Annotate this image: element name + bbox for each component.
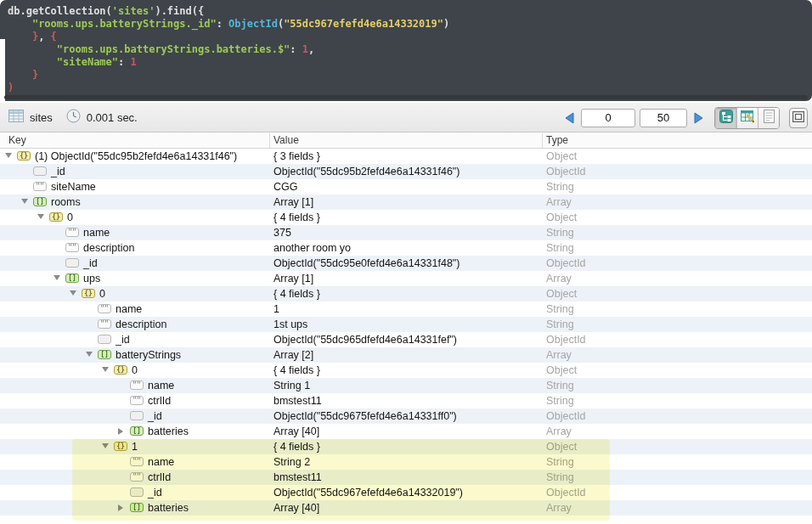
- table-row[interactable]: _idObjectId("55dc9675fefd4e6a14331ff0")O…: [0, 408, 812, 424]
- column-header-value[interactable]: Value: [273, 134, 299, 146]
- editor-horizontal-scrollbar[interactable]: [4, 95, 808, 99]
- row-key[interactable]: description: [116, 318, 166, 330]
- row-key[interactable]: siteName: [51, 181, 96, 193]
- collapse-arrow-icon[interactable]: [86, 352, 93, 357]
- row-value[interactable]: Array [2]: [273, 349, 313, 361]
- row-key[interactable]: batteryStrings: [116, 349, 181, 361]
- expand-arrow-icon[interactable]: [118, 428, 123, 435]
- table-row[interactable]: ""siteNameCGGString: [0, 179, 812, 194]
- collapse-arrow-icon[interactable]: [5, 153, 12, 158]
- expand-arrow-icon[interactable]: [118, 504, 123, 511]
- row-key[interactable]: name: [116, 303, 142, 315]
- row-value[interactable]: CGG: [273, 181, 297, 193]
- row-key[interactable]: name: [83, 227, 110, 239]
- table-row[interactable]: ""nameString 2String: [0, 454, 812, 470]
- column-divider[interactable]: [542, 133, 543, 148]
- code-token: ,: [38, 31, 50, 42]
- collapse-arrow-icon[interactable]: [102, 443, 109, 448]
- collapse-arrow-icon[interactable]: [70, 290, 76, 296]
- table-row[interactable]: {}(1) ObjectId("55dc95b2fefd4e6a14331f46…: [0, 149, 812, 164]
- row-key[interactable]: ctrlId: [148, 471, 171, 483]
- row-key[interactable]: _id: [148, 487, 162, 499]
- tree-view-button[interactable]: [715, 108, 736, 128]
- row-value[interactable]: Array [40]: [273, 502, 319, 514]
- row-value[interactable]: ObjectId("55dc95b2fefd4e6a14331f46"): [273, 166, 460, 177]
- row-value[interactable]: ObjectId("55dc9675fefd4e6a14331ff0"): [273, 410, 457, 422]
- limit-input[interactable]: [640, 109, 687, 127]
- row-value[interactable]: bmstest11: [273, 395, 322, 407]
- table-row[interactable]: _idObjectId("55dc965dfefd4e6a14331fef")O…: [0, 332, 812, 347]
- row-value[interactable]: 375: [273, 227, 291, 239]
- table-row[interactable]: ""nameString 1String: [0, 378, 812, 393]
- collapse-arrow-icon[interactable]: [54, 275, 60, 280]
- custom-view-button[interactable]: [789, 108, 808, 128]
- row-value[interactable]: 1st ups: [273, 318, 307, 330]
- query-code[interactable]: db.getCollection('sites').find({ "rooms.…: [8, 5, 449, 94]
- collection-tab-label[interactable]: sites: [30, 111, 53, 124]
- row-value[interactable]: ObjectId("55dc967efefd4e6a14332019"): [273, 487, 463, 499]
- column-divider[interactable]: [269, 133, 270, 148]
- row-value[interactable]: { 4 fields }: [273, 288, 320, 300]
- collapse-arrow-icon[interactable]: [102, 367, 109, 372]
- row-value[interactable]: { 4 fields }: [273, 364, 320, 376]
- table-row[interactable]: ""ctrlIdbmstest11String: [0, 470, 812, 485]
- table-view-button[interactable]: [736, 108, 758, 128]
- table-row[interactable]: ""name1String: [0, 301, 812, 317]
- collapse-arrow-icon[interactable]: [37, 214, 44, 219]
- row-key[interactable]: _id: [51, 166, 65, 177]
- row-value[interactable]: String 2: [273, 456, 310, 468]
- column-header-key[interactable]: Key: [8, 134, 26, 146]
- row-value[interactable]: 1: [273, 303, 279, 315]
- table-row[interactable]: ""description1st upsString: [0, 317, 812, 332]
- row-key[interactable]: _id: [116, 334, 130, 346]
- table-row[interactable]: ""descriptionanother room yoString: [0, 240, 812, 256]
- table-row[interactable]: []batteriesArray [40]Array: [0, 500, 812, 516]
- row-key[interactable]: rooms: [51, 196, 81, 208]
- row-key[interactable]: 0: [132, 364, 138, 376]
- row-value[interactable]: String 1: [273, 380, 310, 392]
- row-value[interactable]: ObjectId("55dc95e0fefd4e6a14331f48"): [273, 257, 460, 269]
- row-key[interactable]: _id: [148, 410, 162, 422]
- table-row[interactable]: _idObjectId("55dc95e0fefd4e6a14331f48")O…: [0, 256, 812, 271]
- column-header-type[interactable]: Type: [546, 134, 568, 146]
- collapse-arrow-icon[interactable]: [21, 199, 28, 204]
- table-row[interactable]: {}1{ 4 fields }Object: [0, 439, 812, 454]
- row-value[interactable]: bmstest11: [273, 471, 322, 483]
- row-key[interactable]: ctrlId: [148, 395, 171, 407]
- row-value[interactable]: another room yo: [273, 242, 351, 254]
- table-row[interactable]: []upsArray [1]Array: [0, 271, 812, 286]
- table-row[interactable]: _idObjectId("55dc95b2fefd4e6a14331f46")O…: [0, 164, 812, 179]
- row-value[interactable]: { 3 fields }: [273, 150, 320, 162]
- skip-input[interactable]: [581, 109, 635, 127]
- table-row[interactable]: []roomsArray [1]Array: [0, 194, 812, 210]
- row-key[interactable]: 1: [132, 441, 138, 453]
- row-key[interactable]: name: [148, 380, 174, 392]
- row-value[interactable]: Array [1]: [273, 196, 313, 208]
- table-row[interactable]: _idObjectId("55dc967efefd4e6a14332019")O…: [0, 485, 812, 500]
- row-key[interactable]: _id: [83, 257, 98, 269]
- row-key[interactable]: (1) ObjectId("55dc95b2fefd4e6a14331f46"): [35, 150, 237, 162]
- row-key[interactable]: description: [83, 242, 134, 254]
- row-value[interactable]: { 4 fields }: [273, 441, 320, 453]
- row-key[interactable]: batteries: [148, 502, 189, 514]
- query-editor[interactable]: db.getCollection('sites').find({ "rooms.…: [0, 0, 812, 101]
- row-key[interactable]: ups: [83, 273, 100, 285]
- text-view-button[interactable]: [758, 108, 779, 128]
- row-value[interactable]: Array [40]: [273, 425, 319, 437]
- next-page-icon[interactable]: [691, 110, 705, 127]
- table-row[interactable]: []batteryStringsArray [2]Array: [0, 347, 812, 363]
- row-value[interactable]: { 4 fields }: [273, 211, 320, 223]
- row-key[interactable]: name: [148, 456, 174, 468]
- table-row[interactable]: ""ctrlIdbmstest11String: [0, 393, 812, 408]
- table-row[interactable]: {}0{ 4 fields }Object: [0, 210, 812, 225]
- table-row[interactable]: {}0{ 4 fields }Object: [0, 363, 812, 378]
- table-row[interactable]: []batteriesArray [40]Array: [0, 424, 812, 439]
- row-value[interactable]: Array [1]: [273, 273, 313, 285]
- table-row[interactable]: {}0{ 4 fields }Object: [0, 286, 812, 301]
- row-key[interactable]: batteries: [148, 425, 189, 437]
- row-key[interactable]: 0: [99, 288, 105, 300]
- row-key[interactable]: 0: [67, 211, 73, 223]
- table-row[interactable]: ""name375String: [0, 225, 812, 240]
- row-value[interactable]: ObjectId("55dc965dfefd4e6a14331fef"): [273, 334, 457, 346]
- prev-page-icon[interactable]: [563, 110, 577, 127]
